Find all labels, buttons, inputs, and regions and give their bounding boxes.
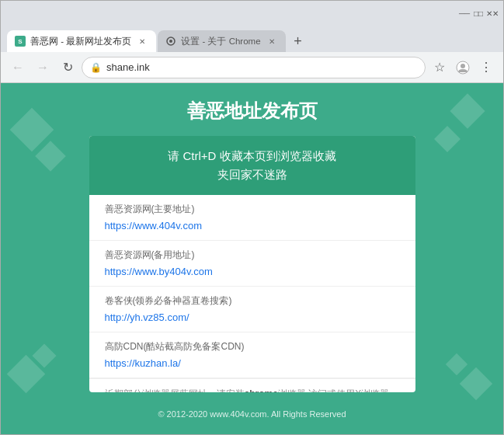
link-url-2[interactable]: https://www.by404v.com	[105, 266, 213, 277]
maximize-button[interactable]: □	[474, 9, 483, 18]
link-url-3[interactable]: http://yh.vz85.com/	[105, 311, 189, 323]
tab-favicon-active: S	[15, 36, 26, 47]
page-title: 善恶地址发布页	[187, 99, 318, 124]
nav-right-buttons: ☆ ⋮	[429, 57, 497, 78]
link-item-1: 善恶资源网(主要地址) https://www.404v.com	[89, 195, 415, 241]
tab-title-settings: 设置 - 关于 Chrome	[181, 36, 260, 47]
link-url-1[interactable]: https://www.404v.com	[105, 220, 202, 231]
title-bar: ─ □ ✕	[1, 1, 503, 26]
bottom-notice-text: 近期部分浏览器屏蔽网址，请安装chrome浏览器 访问或使用X浏览器	[105, 388, 390, 392]
notice-box: 请 Ctrl+D 收藏本页到浏览器收藏 夹回家不迷路	[89, 136, 415, 195]
link-url-4[interactable]: https://kuzhan.la/	[105, 357, 181, 369]
footer-text: © 2012-2020 www.404v.com. All Rights Res…	[158, 409, 346, 419]
close-button[interactable]: ✕	[488, 9, 497, 18]
main-card: 请 Ctrl+D 收藏本页到浏览器收藏 夹回家不迷路 善恶资源网(主要地址) h…	[89, 136, 415, 392]
minimize-button[interactable]: ─	[460, 9, 469, 18]
tab-settings[interactable]: 设置 - 关于 Chrome ✕	[158, 30, 285, 52]
tab-close-settings[interactable]: ✕	[266, 35, 278, 47]
bookmark-button[interactable]: ☆	[429, 57, 450, 78]
notice-text: 请 Ctrl+D 收藏本页到浏览器收藏 夹回家不迷路	[168, 149, 335, 181]
tab-favicon-settings	[165, 36, 176, 47]
diamond-decoration	[450, 93, 485, 128]
bottom-notice: 近期部分浏览器屏蔽网址，请安装chrome浏览器 访问或使用X浏览器	[89, 378, 415, 392]
link-item-2: 善恶资源网(备用地址) https://www.by404v.com	[89, 241, 415, 287]
tab-close-active[interactable]: ✕	[136, 35, 148, 47]
diamond-decoration	[35, 141, 66, 172]
link-label-3: 卷客侠(领券必备神器直卷搜索)	[105, 294, 400, 308]
tab-active[interactable]: S 善恶网 - 最新网址发布页 ✕	[7, 30, 156, 52]
address-text: shane.ink	[106, 61, 417, 73]
tab-title-active: 善恶网 - 最新网址发布页	[30, 36, 131, 47]
back-button[interactable]: ←	[7, 57, 29, 78]
browser-window: ─ □ ✕ S 善恶网 - 最新网址发布页 ✕ 设置 - 关于 Chrome ✕…	[0, 0, 504, 435]
diamond-decoration	[446, 353, 468, 375]
tab-bar: S 善恶网 - 最新网址发布页 ✕ 设置 - 关于 Chrome ✕ +	[1, 26, 503, 52]
links-section: 善恶资源网(主要地址) https://www.404v.com 善恶资源网(备…	[89, 195, 415, 392]
link-label-4: 高防CDN(酷站截高防免备案CDN)	[105, 340, 400, 353]
reload-button[interactable]: ↻	[57, 57, 78, 78]
link-label-1: 善恶资源网(主要地址)	[105, 203, 400, 216]
profile-button[interactable]	[452, 57, 474, 78]
nav-bar: ← → ↻ 🔒 shane.ink ☆ ⋮	[1, 52, 503, 83]
chrome-emphasis: chrome	[245, 388, 278, 392]
diamond-decoration	[434, 126, 461, 152]
address-bar[interactable]: 🔒 shane.ink	[82, 57, 426, 78]
link-item-3: 卷客侠(领券必备神器直卷搜索) http://yh.vz85.com/	[89, 287, 415, 332]
lock-icon: 🔒	[90, 62, 102, 73]
forward-button[interactable]: →	[32, 57, 54, 78]
svg-point-3	[461, 64, 465, 68]
link-item-4: 高防CDN(酷站截高防免备案CDN) https://kuzhan.la/	[89, 332, 415, 378]
svg-point-1	[169, 40, 172, 43]
page-content: 善恶地址发布页 请 Ctrl+D 收藏本页到浏览器收藏 夹回家不迷路 善恶资源网…	[1, 83, 503, 434]
window-controls: ─ □ ✕	[460, 9, 497, 18]
menu-button[interactable]: ⋮	[475, 57, 497, 78]
diamond-decoration	[460, 367, 492, 400]
link-label-2: 善恶资源网(备用地址)	[105, 249, 400, 262]
new-tab-button[interactable]: +	[287, 30, 309, 52]
